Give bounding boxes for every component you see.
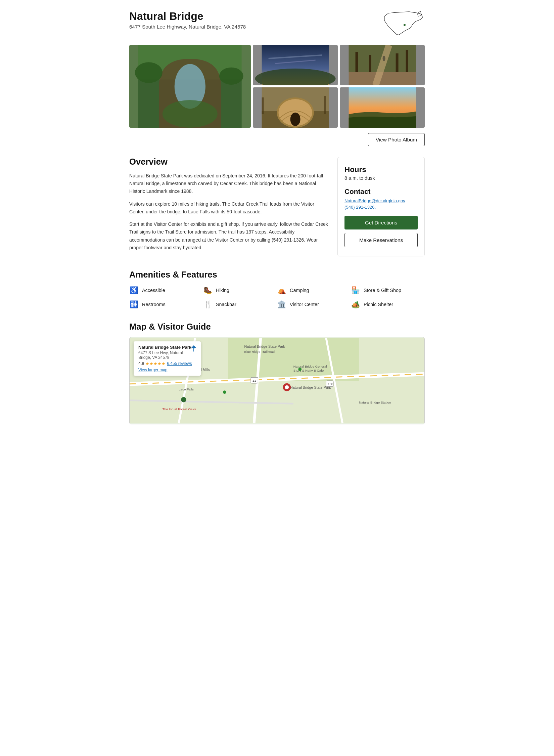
photo-sunset[interactable] <box>340 87 425 128</box>
map-section: Map & Visitor Guide Natural Bridge State… <box>129 322 425 424</box>
map-directions-icon[interactable] <box>190 345 197 354</box>
amenity-label-visitor-center: Visitor Center <box>290 302 319 307</box>
photo-main[interactable] <box>129 45 251 128</box>
svg-text:Lace Falls: Lace Falls <box>179 387 194 391</box>
page-title: Natural Bridge <box>129 10 246 23</box>
rating-stars: ★★★★★ <box>145 361 166 366</box>
svg-point-7 <box>163 100 218 128</box>
park-address: 6477 South Lee Highway, Natural Bridge, … <box>129 24 246 30</box>
amenity-store-gift-shop: 🏪 Store & Gift Shop <box>351 286 425 294</box>
amenity-label-accessible: Accessible <box>142 288 165 293</box>
contact-email[interactable]: NaturalBridge@dcr.virginia.gov <box>344 198 418 203</box>
main-content: Overview Natural Bridge State Park was d… <box>129 157 425 256</box>
rating-value: 4.8 <box>138 361 144 366</box>
amenity-picnic-shelter: 🏕️ Picnic Shelter <box>351 300 425 308</box>
hiking-icon: 🥾 <box>203 286 213 294</box>
map-container[interactable]: Natural Bridge State Park Blue Ridge Tra… <box>129 337 425 424</box>
hours-text: 8 a.m. to dusk <box>344 175 418 181</box>
svg-point-47 <box>181 397 186 403</box>
amenity-label-store: Store & Gift Shop <box>364 288 401 293</box>
virginia-state-map <box>381 10 425 37</box>
amenity-label-snackbar: Snackbar <box>216 302 236 307</box>
overview-section: Overview Natural Bridge State Park was d… <box>129 157 328 256</box>
photo-arch <box>129 45 251 128</box>
rating-row: 4.8 ★★★★★ 6,455 reviews <box>138 361 196 366</box>
view-photo-album-button[interactable]: View Photo Album <box>368 133 425 146</box>
svg-text:Natural Bridge State Park: Natural Bridge State Park <box>290 385 331 389</box>
overview-para-3: Start at the Visitor Center for exhibits… <box>129 220 328 252</box>
svg-text:Store & Natty B Cafe: Store & Natty B Cafe <box>293 369 324 372</box>
accessible-icon: ♿ <box>129 286 139 294</box>
photo-trail-img <box>340 45 425 85</box>
snackbar-icon: 🍴 <box>203 300 213 308</box>
photo-trail[interactable] <box>340 45 425 85</box>
contact-phone[interactable]: (540) 291-1326. <box>344 205 418 210</box>
review-count[interactable]: 6,455 reviews <box>167 361 192 366</box>
restrooms-icon: 🚻 <box>129 300 139 308</box>
svg-point-23 <box>290 113 300 126</box>
svg-text:Natural Bridge General: Natural Bridge General <box>293 365 327 368</box>
contact-heading: Contact <box>344 187 418 196</box>
svg-point-5 <box>135 62 163 83</box>
svg-point-46 <box>285 385 289 389</box>
header-text: Natural Bridge 6477 South Lee Highway, N… <box>129 10 246 30</box>
map-heading: Map & Visitor Guide <box>129 322 425 332</box>
camping-icon: ⛺ <box>277 286 286 294</box>
amenity-camping: ⛺ Camping <box>277 286 351 294</box>
photo-sky-img <box>253 45 338 85</box>
photo-grid <box>129 45 425 128</box>
photo-structure[interactable] <box>253 87 338 128</box>
picnic-shelter-icon: 🏕️ <box>351 300 360 308</box>
svg-rect-25 <box>324 96 326 114</box>
svg-point-6 <box>219 68 243 85</box>
svg-text:11: 11 <box>252 379 256 382</box>
map-park-address: 6477 S Lee Hwy, Natural Bridge, VA 24578 <box>138 350 196 360</box>
svg-text:Natural Bridge State Park: Natural Bridge State Park <box>244 344 285 348</box>
svg-point-0 <box>404 24 406 26</box>
overview-para-2: Visitors can explore 10 miles of hiking … <box>129 200 328 216</box>
map-overlay-card: Natural Bridge State Park 6477 S Lee Hwy… <box>134 341 201 376</box>
amenities-heading: Amenities & Features <box>129 270 425 280</box>
svg-point-18 <box>382 56 385 61</box>
svg-rect-15 <box>369 55 371 72</box>
hours-heading: Hours <box>344 165 418 174</box>
sidebar: Hours 8 a.m. to dusk Contact NaturalBrid… <box>337 157 425 256</box>
amenity-label-camping: Camping <box>290 288 309 293</box>
amenities-section: Amenities & Features ♿ Accessible 🥾 Hiki… <box>129 270 425 308</box>
phone-link-inline[interactable]: (540) 291-1326. <box>272 237 305 243</box>
store-gift-shop-icon: 🏪 <box>351 286 360 294</box>
svg-text:Natural Bridge Station: Natural Bridge Station <box>359 401 391 404</box>
amenity-snackbar: 🍴 Snackbar <box>203 300 277 308</box>
visitor-center-icon: 🏛️ <box>277 300 286 308</box>
overview-para-1: Natural Bridge State Park was dedicated … <box>129 172 328 196</box>
amenity-restrooms: 🚻 Restrooms <box>129 300 203 308</box>
amenity-label-hiking: Hiking <box>216 288 229 293</box>
svg-text:The Inn at Forest Oaks: The Inn at Forest Oaks <box>163 407 196 411</box>
svg-rect-17 <box>406 50 408 72</box>
photo-album-row: View Photo Album <box>129 133 425 146</box>
photo-sky[interactable] <box>253 45 338 85</box>
amenity-label-picnic-shelter: Picnic Shelter <box>364 302 393 307</box>
get-directions-button[interactable]: Get Directions <box>344 216 418 229</box>
header-section: Natural Bridge 6477 South Lee Highway, N… <box>129 10 425 37</box>
svg-rect-14 <box>355 52 358 72</box>
svg-point-49 <box>298 368 302 371</box>
svg-text:Blue Ridge Trailhead: Blue Ridge Trailhead <box>244 350 275 353</box>
amenity-accessible: ♿ Accessible <box>129 286 203 294</box>
svg-text:130: 130 <box>328 382 333 386</box>
amenities-grid: ♿ Accessible 🥾 Hiking ⛺ Camping 🏪 Store … <box>129 286 425 308</box>
map-park-name: Natural Bridge State Park <box>138 345 196 350</box>
make-reservations-button[interactable]: Make Reservations <box>344 233 418 247</box>
svg-rect-16 <box>396 53 398 72</box>
amenity-visitor-center: 🏛️ Visitor Center <box>277 300 351 308</box>
photo-sunset-img <box>340 87 425 128</box>
svg-rect-24 <box>262 97 264 114</box>
photo-structure-img <box>253 87 338 128</box>
svg-point-48 <box>223 390 226 394</box>
amenity-hiking: 🥾 Hiking <box>203 286 277 294</box>
amenity-label-restrooms: Restrooms <box>142 302 166 307</box>
overview-heading: Overview <box>129 157 328 167</box>
view-larger-map[interactable]: View larger map <box>138 368 167 372</box>
